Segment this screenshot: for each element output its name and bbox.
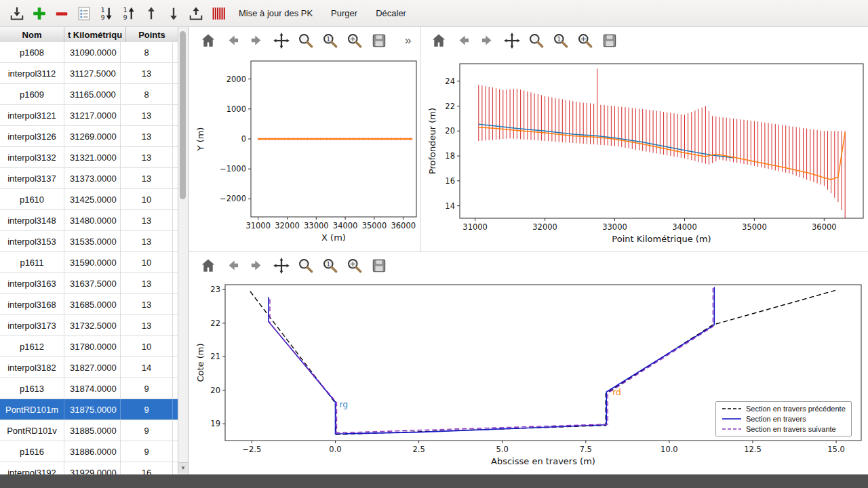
zoom-button[interactable] [527, 31, 546, 50]
table-row[interactable]: interpol312131217.000013 [0, 105, 178, 126]
zoom-one-button[interactable]: 1 [321, 31, 340, 50]
zoom-button[interactable] [296, 256, 315, 275]
table-row[interactable]: interpol312631269.000013 [0, 126, 178, 147]
zoom-plus-icon: + [576, 32, 594, 49]
table-row[interactable]: interpol316331637.500013 [0, 273, 178, 294]
depth-profile-chart[interactable]: 3100032000330003400035000360001416182022… [426, 54, 868, 252]
zoom-one-button[interactable]: 1 [551, 31, 570, 50]
row-name: p1616 [0, 441, 64, 462]
form-button[interactable] [75, 5, 93, 22]
zoom-plus-button[interactable]: + [345, 31, 364, 50]
home-button[interactable] [429, 31, 448, 50]
cross-section-chart[interactable]: −2.50.02.55.07.510.012.515.01920212223Ab… [194, 279, 868, 473]
pan-button[interactable] [272, 31, 291, 50]
menu-decaler[interactable]: Décaler [369, 8, 413, 18]
table-row[interactable]: interpol313731373.000013 [0, 168, 178, 189]
zoom-plus-button[interactable]: + [576, 31, 595, 50]
row-name: p1608 [0, 42, 64, 62]
zoom-one-button[interactable]: 1 [321, 256, 340, 275]
plan-view-chart[interactable]: 310003200033000340003500036000−2000−1000… [194, 54, 420, 252]
svg-text:22: 22 [210, 319, 220, 328]
save-icon [601, 32, 618, 49]
sort-asc-button[interactable]: 19 [98, 5, 115, 22]
row-name: interpol3148 [0, 210, 64, 230]
pan-button[interactable] [272, 256, 291, 275]
row-points: 13 [121, 63, 173, 83]
column-header-nom[interactable]: Nom [0, 27, 64, 42]
svg-text:20: 20 [445, 126, 455, 136]
forward-button[interactable] [248, 31, 267, 50]
back-button[interactable] [454, 31, 473, 50]
export-button[interactable] [187, 5, 205, 22]
move-down-button[interactable] [165, 5, 182, 22]
scroll-down-button[interactable]: ▼ [178, 462, 188, 473]
table-row[interactable]: p160831090.00008 [0, 42, 178, 63]
back-button[interactable] [223, 31, 242, 50]
column-header-points[interactable]: Points [126, 27, 178, 42]
home-icon [199, 257, 217, 274]
back-button[interactable] [223, 256, 242, 275]
row-name: interpol3163 [0, 273, 64, 293]
save-button[interactable] [370, 31, 389, 50]
table-row[interactable]: p161131590.000010 [0, 252, 178, 273]
table-row[interactable]: interpol311231127.500013 [0, 63, 178, 84]
zoom-button[interactable] [296, 31, 315, 50]
import-button[interactable] [8, 5, 26, 22]
save-button[interactable] [370, 256, 389, 275]
table-row[interactable]: interpol315331535.000013 [0, 231, 178, 252]
scrollbar-thumb[interactable] [180, 31, 186, 199]
toolbar-overflow-button[interactable]: » [405, 34, 411, 47]
pan-icon [273, 32, 290, 49]
profile-plot-toolbar: 1+ [429, 30, 619, 52]
table-row[interactable]: p160931165.00008 [0, 84, 178, 105]
move-up-button[interactable] [142, 5, 160, 22]
row-name: interpol3137 [0, 168, 64, 188]
svg-text:10.0: 10.0 [660, 445, 678, 454]
row-points: 13 [121, 126, 173, 146]
row-points: 13 [121, 294, 173, 314]
row-points: 10 [121, 336, 173, 357]
row-points: 13 [121, 210, 173, 230]
home-button[interactable] [199, 256, 218, 275]
zoom-plus-button[interactable]: + [345, 256, 364, 275]
home-button[interactable] [199, 31, 218, 50]
column-header-point-kilometrique[interactable]: t Kilométriqu [64, 27, 126, 42]
table-row[interactable]: p161031425.000010 [0, 189, 178, 210]
export-icon [188, 5, 204, 22]
menu-purger[interactable]: Purger [324, 8, 364, 18]
table-row[interactable]: interpol316831685.000013 [0, 294, 178, 315]
forward-button[interactable] [248, 256, 267, 275]
vertical-scrollbar[interactable]: ▼ [178, 27, 188, 474]
pan-button[interactable] [502, 31, 521, 50]
table-row[interactable]: interpol317331732.500013 [0, 315, 178, 336]
table-row[interactable]: PontRD101v31885.00009 [0, 420, 178, 441]
remove-button[interactable] [53, 5, 71, 22]
table-header-row: Nom t Kilométriqu Points [0, 27, 188, 43]
forward-button[interactable] [478, 31, 497, 50]
legend-entry: Section en travers [722, 415, 846, 423]
row-points: 10 [121, 189, 173, 209]
row-points: 13 [121, 168, 173, 188]
row-points: 9 [121, 378, 173, 399]
legend-label: Section en travers [746, 415, 806, 423]
table-row[interactable]: p161231780.000010 [0, 336, 178, 357]
menu-mise-a-jour-des-pk[interactable]: Mise à jour des PK [232, 8, 319, 18]
table-row[interactable]: interpol318231827.000014 [0, 357, 178, 378]
sort-desc-button[interactable]: 19 [120, 5, 138, 22]
table-row[interactable]: interpol313231321.000013 [0, 147, 178, 168]
row-points: 8 [121, 42, 173, 62]
svg-text:23: 23 [210, 285, 220, 294]
zoom-one-icon: 1 [552, 32, 570, 49]
add-button[interactable] [31, 5, 48, 22]
zoom-icon [297, 257, 315, 274]
table-row[interactable]: p161631886.00009 [0, 441, 178, 462]
save-button[interactable] [600, 31, 619, 50]
table-row[interactable]: PontRD101m31875.00009 [0, 399, 178, 420]
pattern-button[interactable] [210, 5, 227, 22]
table-row[interactable]: interpol314831480.000013 [0, 210, 178, 231]
table-row[interactable]: p161331874.00009 [0, 378, 178, 399]
sort-desc-icon: 19 [121, 5, 137, 22]
row-points: 9 [121, 441, 173, 462]
svg-text:34000: 34000 [672, 222, 697, 232]
row-points: 8 [121, 84, 173, 104]
